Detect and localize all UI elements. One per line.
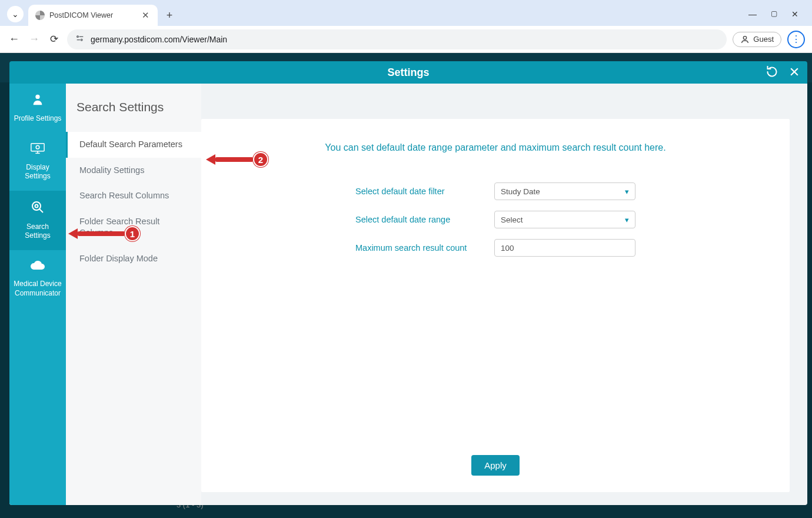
row-default-date-filter: Select default date filter Study Date ▾ — [355, 182, 635, 200]
sub-sidebar-title: Search Settings — [66, 100, 201, 132]
select-default-date-range[interactable]: Select ▾ — [494, 211, 635, 228]
svg-point-15 — [35, 204, 38, 207]
sidebar-item-label: Search Settings — [25, 223, 50, 240]
sub-item-folder-search-result-columns[interactable]: Folder Search Result Columns — [66, 209, 201, 246]
monitor-gear-icon — [13, 142, 62, 160]
sidebar-item-profile-settings[interactable]: Profile Settings — [9, 84, 66, 132]
profile-chip[interactable]: Guest — [733, 32, 781, 47]
svg-rect-9 — [31, 144, 44, 151]
tab-close-icon[interactable]: ✕ — [141, 10, 151, 21]
input-max-result-count[interactable] — [501, 244, 629, 253]
sub-item-label: Folder Search Result Columns — [79, 217, 159, 238]
svg-point-2 — [81, 39, 82, 41]
modal-refresh-icon[interactable] — [765, 65, 779, 79]
svg-point-8 — [35, 95, 39, 99]
sub-item-label: Modality Settings — [79, 165, 144, 175]
app-viewport: postDICOM 3 (1 - 3) Settings — [0, 53, 812, 518]
row-default-date-range: Select default date range Select ▾ — [355, 211, 635, 228]
settings-sub-sidebar: Search Settings Default Search Parameter… — [66, 84, 201, 505]
modal-close-icon[interactable] — [787, 65, 801, 79]
svg-point-12 — [36, 146, 39, 150]
window-close-icon[interactable]: ✕ — [791, 9, 799, 19]
sidebar-item-label: Medical Device Communicator — [14, 280, 61, 297]
svg-line-14 — [39, 209, 43, 212]
nav-forward-icon: → — [27, 33, 41, 45]
sub-item-folder-display-mode[interactable]: Folder Display Mode — [66, 246, 201, 272]
settings-content-panel: You can set default date range parameter… — [201, 119, 790, 492]
sub-item-default-search-parameters[interactable]: Default Search Parameters — [66, 132, 201, 158]
address-text: germany.postdicom.com/Viewer/Main — [91, 35, 227, 44]
tab-search-dropdown[interactable]: ⌄ — [7, 6, 24, 22]
tab-title: PostDICOM Viewer — [49, 11, 136, 19]
sub-item-label: Default Search Parameters — [79, 140, 182, 149]
sidebar-item-label: Display Settings — [25, 163, 50, 181]
search-gear-icon — [13, 200, 62, 219]
svg-point-13 — [32, 202, 41, 210]
window-maximize-icon[interactable]: ▢ — [770, 9, 778, 19]
panel-description: You can set default date range parameter… — [325, 142, 665, 153]
window-controls: — ▢ ✕ — [748, 9, 807, 26]
cloud-icon — [13, 260, 62, 277]
modal-header: Settings — [9, 61, 807, 84]
select-value: Select — [501, 215, 523, 224]
sidebar-item-search-settings[interactable]: Search Settings — [9, 191, 66, 250]
select-value: Study Date — [501, 187, 540, 196]
browser-menu-icon[interactable]: ⋮ — [787, 31, 805, 48]
select-default-date-filter[interactable]: Study Date ▾ — [494, 182, 635, 200]
chevron-down-icon: ▾ — [625, 215, 629, 224]
address-bar[interactable]: germany.postdicom.com/Viewer/Main — [67, 29, 727, 49]
label-default-date-filter: Select default date filter — [355, 187, 479, 196]
sub-item-search-result-columns[interactable]: Search Result Columns — [66, 183, 201, 209]
browser-titlebar: ⌄ PostDICOM Viewer ✕ + — ▢ ✕ — [0, 0, 812, 26]
input-max-result-count-wrapper — [494, 239, 635, 257]
person-icon — [13, 93, 62, 111]
browser-toolbar: ← → ⟳ germany.postdicom.com/Viewer/Main … — [0, 26, 812, 53]
nav-back-icon[interactable]: ← — [7, 33, 21, 45]
site-settings-icon[interactable] — [75, 34, 85, 45]
sidebar-item-display-settings[interactable]: Display Settings — [9, 132, 66, 191]
profile-chip-label: Guest — [753, 35, 774, 44]
row-maximum-result-count: Maximum search result count — [355, 239, 635, 257]
settings-modal: Settings Profile Settings — [9, 61, 807, 505]
sidebar-item-medical-device-communicator[interactable]: Medical Device Communicator — [9, 250, 66, 308]
label-max-result-count: Maximum search result count — [355, 243, 479, 253]
tab-favicon-icon — [35, 11, 45, 20]
window-minimize-icon[interactable]: — — [748, 9, 757, 19]
svg-point-0 — [77, 36, 79, 38]
browser-tab[interactable]: PostDICOM Viewer ✕ — [28, 5, 158, 26]
label-default-date-range: Select default date range — [355, 215, 479, 224]
new-tab-button[interactable]: + — [161, 7, 178, 24]
sub-item-label: Search Result Columns — [79, 191, 169, 200]
modal-title: Settings — [387, 67, 429, 79]
sub-item-label: Folder Display Mode — [79, 254, 158, 263]
apply-button-label: Apply — [484, 460, 507, 470]
apply-button[interactable]: Apply — [471, 455, 520, 476]
chevron-down-icon: ▾ — [625, 187, 629, 196]
sidebar-item-label: Profile Settings — [14, 114, 62, 122]
sub-item-modality-settings[interactable]: Modality Settings — [66, 158, 201, 184]
nav-reload-icon[interactable]: ⟳ — [47, 33, 61, 45]
settings-icon-sidebar: Profile Settings Display Settings Search… — [9, 84, 66, 505]
svg-point-5 — [744, 36, 747, 39]
